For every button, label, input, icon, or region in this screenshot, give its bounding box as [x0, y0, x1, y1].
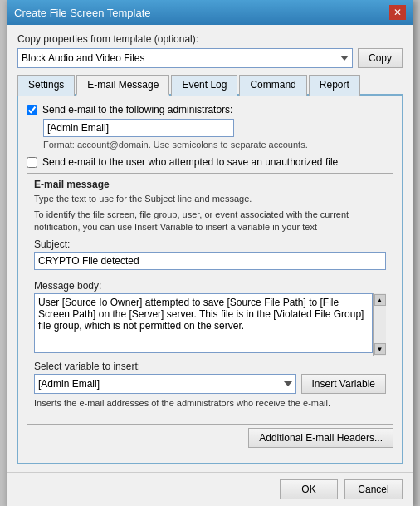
variable-row: [Admin Email][File Group][Server][Source… — [34, 374, 386, 394]
scroll-up-arrow[interactable]: ▲ — [374, 294, 386, 306]
email-message-heading: E-mail message — [34, 179, 386, 190]
desc-line2: To identify the file screen, file group,… — [34, 209, 386, 234]
tab-report[interactable]: Report — [309, 75, 360, 96]
insert-desc: Inserts the e-mail addresses of the admi… — [34, 397, 386, 410]
send-user-label[interactable]: Send e-mail to the user who attempted to… — [42, 156, 338, 168]
cancel-button[interactable]: Cancel — [344, 479, 403, 499]
scroll-down-arrow[interactable]: ▼ — [374, 343, 386, 355]
title-bar: Create File Screen Template ✕ — [7, 0, 413, 25]
variable-select[interactable]: [Admin Email][File Group][Server][Source… — [34, 374, 296, 394]
send-admin-checkbox[interactable] — [27, 105, 37, 115]
send-admin-row: Send e-mail to the following administrat… — [27, 104, 393, 115]
main-window: Create File Screen Template ✕ Copy prope… — [7, 0, 413, 506]
window-title: Create File Screen Template — [14, 7, 151, 19]
additional-headers-section: Additional E-mail Headers... — [27, 428, 393, 448]
copy-section: Copy properties from template (optional)… — [17, 33, 403, 68]
subject-label: Subject: — [34, 238, 386, 250]
tab-settings[interactable]: Settings — [17, 75, 75, 96]
tab-event-log[interactable]: Event Log — [171, 75, 237, 96]
subject-input[interactable] — [34, 252, 386, 270]
dialog-content: Copy properties from template (optional)… — [7, 25, 413, 472]
copy-input-row: Block Audio and Video FilesBlock Image F… — [17, 48, 403, 68]
send-user-row: Send e-mail to the user who attempted to… — [27, 156, 393, 168]
dialog-footer: OK Cancel — [7, 472, 413, 506]
message-body-wrap: ▲ ▼ — [34, 293, 386, 356]
close-button[interactable]: ✕ — [389, 5, 406, 20]
copy-button[interactable]: Copy — [358, 48, 403, 68]
email-message-section: E-mail message Type the text to use for … — [27, 173, 393, 425]
template-select[interactable]: Block Audio and Video FilesBlock Image F… — [17, 48, 353, 68]
email-tab-content: Send e-mail to the following administrat… — [17, 96, 403, 464]
tab-email[interactable]: E-mail Message — [76, 75, 169, 96]
message-textarea[interactable] — [34, 293, 373, 353]
message-label: Message body: — [34, 280, 386, 292]
variable-label: Select variable to insert: — [34, 361, 386, 372]
tab-bar: Settings E-mail Message Event Log Comman… — [17, 75, 403, 96]
insert-variable-button[interactable]: Insert Variable — [301, 374, 386, 394]
format-text: Format: account@domain. Use semicolons t… — [43, 140, 393, 150]
copy-label: Copy properties from template (optional)… — [17, 33, 403, 45]
desc-line1: Type the text to use for the Subject lin… — [34, 193, 386, 205]
additional-headers-button[interactable]: Additional E-mail Headers... — [248, 428, 393, 448]
admin-email-input[interactable] — [43, 119, 234, 137]
tab-command[interactable]: Command — [239, 75, 306, 96]
scrollbar: ▲ ▼ — [373, 293, 386, 356]
send-admin-label[interactable]: Send e-mail to the following administrat… — [42, 104, 232, 115]
ok-button[interactable]: OK — [280, 479, 338, 499]
send-user-checkbox[interactable] — [27, 157, 37, 168]
